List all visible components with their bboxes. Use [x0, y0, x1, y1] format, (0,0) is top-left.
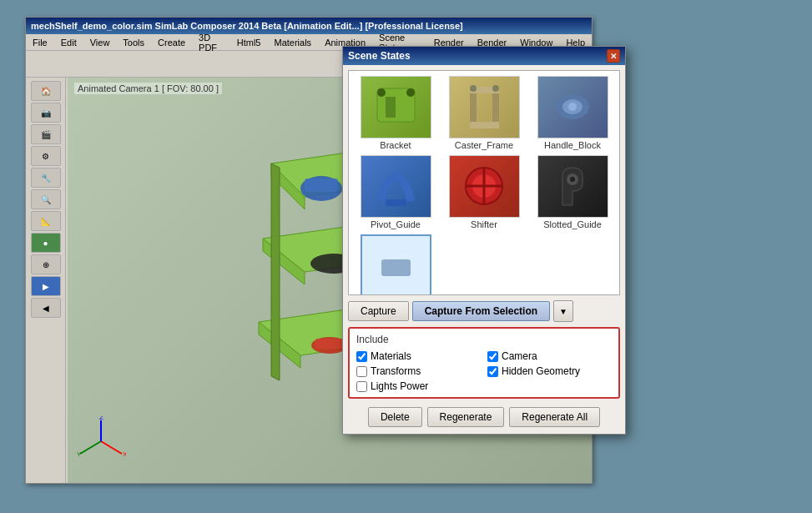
- sidebar-icon-8[interactable]: ●: [31, 233, 61, 253]
- checkbox-transforms[interactable]: Transforms: [356, 365, 481, 377]
- svg-rect-42: [381, 259, 411, 276]
- sidebar-icon-7[interactable]: 📐: [31, 211, 61, 231]
- menu-3dpdf[interactable]: 3D PDF: [195, 32, 227, 53]
- sidebar-icon-10[interactable]: ▶: [31, 276, 61, 296]
- sidebar-icon-4[interactable]: ⚙: [31, 146, 61, 166]
- svg-rect-15: [315, 339, 344, 349]
- menu-file[interactable]: File: [29, 37, 51, 48]
- capture-row: Capture Capture From Selection ▼: [348, 300, 620, 322]
- thumb-label-caster: Caster_Frame: [455, 140, 513, 150]
- thumbnails-area[interactable]: Bracket Caster_Frame: [348, 70, 620, 295]
- left-sidebar: 🏠 📷 🎬 ⚙ 🔧 🔍 📐 ● ⊕ ▶ ◀: [26, 78, 66, 483]
- include-section: Include Materials Camera Transforms Hidd…: [348, 327, 620, 399]
- thumb-label-bracket: Bracket: [380, 140, 411, 150]
- regenerate-all-button[interactable]: Regenerate All: [509, 407, 600, 427]
- sidebar-icon-11[interactable]: ◀: [31, 298, 61, 318]
- sidebar-icon-6[interactable]: 🔍: [31, 189, 61, 209]
- thumbnail-selected[interactable]: [352, 233, 439, 295]
- svg-point-34: [568, 103, 577, 111]
- thumbnail-shifter[interactable]: Shifter: [441, 153, 527, 231]
- checkbox-materials[interactable]: Materials: [356, 350, 481, 362]
- checkbox-camera[interactable]: Camera: [487, 350, 612, 362]
- capture-dropdown-button[interactable]: ▼: [553, 300, 573, 322]
- thumbnails-grid: Bracket Caster_Frame: [349, 71, 619, 295]
- lights-power-checkbox[interactable]: [356, 381, 367, 392]
- svg-point-30: [470, 85, 477, 92]
- menu-html5[interactable]: Html5: [234, 37, 265, 48]
- menu-tools[interactable]: Tools: [119, 37, 148, 48]
- thumbnail-pivot[interactable]: Pivot_Guide: [352, 153, 439, 231]
- dialog-title: Scene States: [348, 50, 411, 62]
- checkboxes-grid: Materials Camera Transforms Hidden Geome…: [356, 350, 612, 392]
- thumb-img-pivot: [361, 155, 431, 218]
- bottom-buttons: Delete Regenerate Regenerate All: [348, 404, 620, 429]
- svg-rect-29: [470, 122, 499, 128]
- sidebar-icon-1[interactable]: 🏠: [31, 81, 61, 101]
- sidebar-icon-9[interactable]: ⊕: [31, 254, 61, 274]
- checkbox-lights-power[interactable]: Lights Power: [356, 380, 481, 392]
- delete-button[interactable]: Delete: [368, 407, 422, 427]
- axes-indicator: X Y Z: [76, 416, 126, 466]
- camera-label: Camera: [502, 350, 537, 362]
- svg-text:X: X: [123, 450, 126, 458]
- lights-power-label: Lights Power: [371, 380, 428, 392]
- svg-line-16: [101, 441, 122, 454]
- hidden-geometry-label: Hidden Geometry: [502, 365, 580, 377]
- thumb-img-caster: [449, 76, 520, 138]
- checkbox-hidden-geometry[interactable]: Hidden Geometry: [487, 365, 612, 377]
- svg-rect-23: [386, 97, 396, 118]
- regenerate-button[interactable]: Regenerate: [427, 407, 505, 427]
- svg-rect-35: [386, 199, 406, 206]
- thumb-label-pivot: Pivot_Guide: [371, 219, 421, 229]
- svg-rect-12: [305, 179, 338, 192]
- svg-line-17: [80, 441, 101, 454]
- menu-edit[interactable]: Edit: [58, 37, 80, 48]
- hidden-geometry-checkbox[interactable]: [487, 366, 498, 377]
- thumbnail-slotted[interactable]: Slotted_Guide: [529, 153, 616, 231]
- sidebar-icon-3[interactable]: 🎬: [31, 124, 61, 144]
- transforms-checkbox[interactable]: [356, 366, 367, 377]
- sidebar-icon-5[interactable]: 🔧: [31, 168, 61, 188]
- thumb-label-handle: Handle_Block: [544, 140, 601, 150]
- thumbnail-handle[interactable]: Handle_Block: [529, 74, 616, 152]
- svg-point-25: [406, 88, 415, 97]
- dialog-titlebar: Scene States ✕: [343, 47, 625, 65]
- materials-checkbox[interactable]: [356, 351, 367, 362]
- dialog-content: Bracket Caster_Frame: [343, 65, 625, 434]
- thumb-label-slotted: Slotted_Guide: [543, 219, 602, 229]
- scene-states-dialog: Scene States ✕ Bracket: [342, 46, 626, 435]
- svg-marker-9: [271, 163, 280, 380]
- menu-materials[interactable]: Materials: [271, 37, 315, 48]
- include-title: Include: [356, 334, 612, 345]
- capture-button[interactable]: Capture: [348, 301, 409, 321]
- thumb-img-bracket: [361, 76, 431, 138]
- thumb-img-shifter: [449, 155, 520, 218]
- thumb-img-slotted: [537, 155, 608, 218]
- capture-from-selection-button[interactable]: Capture From Selection: [412, 301, 550, 321]
- svg-text:Y: Y: [77, 450, 82, 458]
- svg-point-31: [492, 85, 499, 92]
- viewport-label: Animated Camera 1 [ FOV: 80.00 ]: [74, 83, 222, 94]
- thumb-img-handle: [537, 76, 608, 138]
- menu-view[interactable]: View: [87, 37, 113, 48]
- thumbnail-caster[interactable]: Caster_Frame: [441, 74, 527, 152]
- svg-text:Z: Z: [99, 416, 103, 421]
- thumb-label-shifter: Shifter: [471, 219, 497, 229]
- svg-point-24: [377, 88, 386, 97]
- camera-checkbox[interactable]: [487, 351, 498, 362]
- sidebar-icon-2[interactable]: 📷: [31, 103, 61, 123]
- menu-create[interactable]: Create: [154, 37, 189, 48]
- app-title: mechShelf_demo_color.sim SimLab Composer…: [31, 21, 463, 31]
- dialog-close-button[interactable]: ✕: [607, 49, 620, 63]
- app-titlebar: mechShelf_demo_color.sim SimLab Composer…: [26, 18, 592, 34]
- materials-label: Materials: [371, 350, 411, 362]
- transforms-label: Transforms: [371, 365, 421, 377]
- svg-point-41: [570, 177, 575, 182]
- thumb-img-selected: [361, 234, 431, 295]
- thumbnail-bracket[interactable]: Bracket: [352, 74, 439, 152]
